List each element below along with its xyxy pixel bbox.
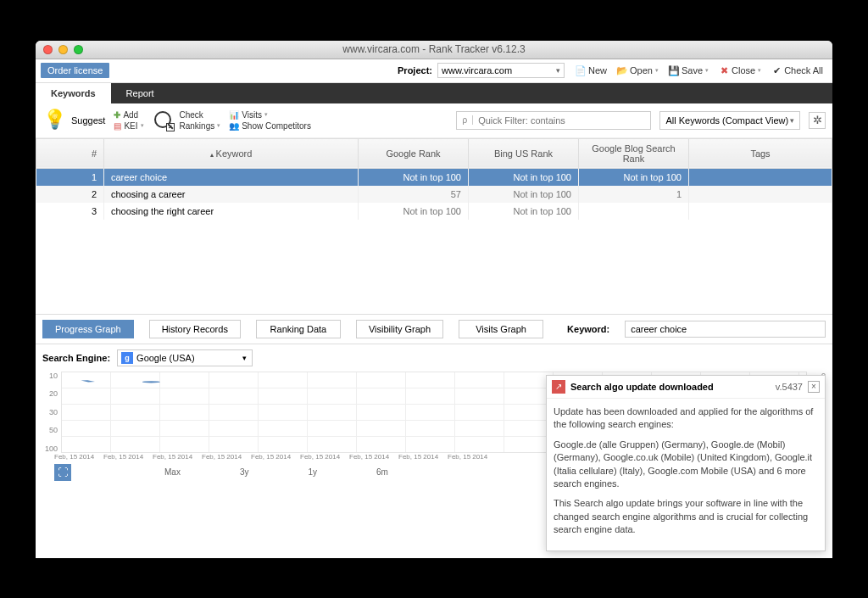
project-select[interactable]: www.vircara.com	[437, 63, 565, 78]
keyword-label: Keyword:	[567, 324, 609, 334]
keywords-table: # ▴Keyword Google Rank Bing US Rank Goog…	[36, 138, 832, 315]
close-icon: ✖	[719, 65, 729, 75]
subtab-progress[interactable]: Progress Graph	[42, 320, 134, 338]
range-1y[interactable]: 1y	[308, 467, 317, 477]
kei-icon: ▤	[114, 121, 121, 131]
check-all-button[interactable]: ✔Check All	[767, 64, 827, 77]
table-row[interactable]: 2choosing a career57Not in top 1001	[36, 186, 832, 203]
notif-version: v.5437	[776, 382, 803, 392]
gear-icon: ✲	[813, 114, 822, 126]
show-competitors-button[interactable]: 👥Show Competitors	[229, 121, 311, 131]
search-engine-select[interactable]: g Google (USA)	[117, 349, 253, 366]
main-tabs: Keywords Report	[36, 83, 832, 103]
bulb-icon: 💡	[42, 109, 66, 132]
settings-button[interactable]: ✲	[809, 112, 826, 129]
suggest-group[interactable]: 💡 Suggest	[42, 109, 105, 132]
visits-button[interactable]: 📊Visits▾	[229, 110, 311, 120]
app-window: www.vircara.com - Rank Tracker v6.12.3 O…	[36, 41, 832, 558]
col-blog[interactable]: Google Blog Search Rank	[579, 138, 689, 168]
subtab-ranking[interactable]: Ranking Data	[256, 320, 341, 338]
google-icon: g	[121, 352, 133, 364]
plus-icon: ✚	[114, 110, 120, 120]
tab-keywords[interactable]: Keywords	[36, 83, 111, 103]
check-rankings-button[interactable]: ✓ Check Rankings▾	[153, 109, 221, 131]
toolbar: 💡 Suggest ✚Add ▤KEI▾ ✓ Check Rankings▾ 📊…	[36, 103, 832, 138]
quick-filter[interactable]: ρ	[456, 111, 651, 130]
range-6m[interactable]: 6m	[376, 467, 388, 477]
titlebar: www.vircara.com - Rank Tracker v6.12.3	[36, 41, 832, 59]
view-select[interactable]: All Keywords (Compact View)	[659, 111, 800, 130]
expand-chart-button[interactable]: ⛶	[54, 464, 71, 481]
new-icon: 📄	[576, 65, 586, 75]
table-row[interactable]: 3choosing the right careerNot in top 100…	[36, 203, 832, 220]
topbar: Order license Project: www.vircara.com 📄…	[36, 59, 832, 83]
add-button[interactable]: ✚Add	[114, 110, 143, 120]
col-keyword[interactable]: ▴Keyword	[104, 138, 359, 168]
save-icon: 💾	[669, 65, 679, 75]
magnifier-icon: ✓	[153, 109, 175, 131]
project-label: Project:	[398, 65, 432, 75]
new-button[interactable]: 📄New	[571, 64, 611, 77]
graph-controls: Search Engine: g Google (USA)	[36, 344, 832, 372]
subtab-history[interactable]: History Records	[149, 320, 241, 338]
col-tags[interactable]: Tags	[689, 138, 832, 168]
open-button[interactable]: 📂Open▾	[613, 64, 663, 77]
col-num[interactable]: #	[36, 138, 104, 168]
notif-close-button[interactable]: ×	[808, 381, 820, 393]
open-icon: 📂	[617, 65, 627, 75]
save-button[interactable]: 💾Save▾	[665, 64, 713, 77]
svg-point-0	[142, 381, 160, 383]
range-max[interactable]: Max	[164, 467, 181, 477]
check-icon: ✔	[771, 65, 782, 75]
notification-panel: ↗ Search algo update downloaded v.5437 ×…	[546, 375, 826, 551]
kei-button[interactable]: ▤KEI▾	[114, 121, 143, 131]
order-license-button[interactable]: Order license	[41, 63, 109, 78]
subtab-visibility[interactable]: Visibility Graph	[356, 320, 443, 338]
filter-input[interactable]	[473, 115, 650, 126]
expand-icon: ⛶	[58, 467, 68, 478]
col-google[interactable]: Google Rank	[359, 138, 469, 168]
subtabs: Progress Graph History Records Ranking D…	[36, 315, 832, 344]
close-button[interactable]: ✖Close▾	[715, 64, 765, 77]
alert-icon: ↗	[552, 380, 565, 394]
notif-body: Update has been downloaded and applied f…	[547, 399, 825, 550]
notif-title: Search algo update downloaded	[570, 382, 771, 392]
table-row[interactable]: 1career choiceNot in top 100Not in top 1…	[36, 168, 832, 186]
search-engine-label: Search Engine:	[42, 353, 110, 363]
tab-report[interactable]: Report	[111, 83, 170, 103]
range-3y[interactable]: 3y	[240, 467, 249, 477]
subtab-visits[interactable]: Visits Graph	[459, 320, 543, 338]
window-title: www.vircara.com - Rank Tracker v6.12.3	[36, 43, 832, 55]
keyword-field[interactable]: career choice	[625, 321, 826, 338]
chart-icon: 📊	[229, 110, 239, 120]
col-bing[interactable]: Bing US Rank	[469, 138, 579, 168]
y-axis: 10203050100	[42, 372, 58, 453]
sort-asc-icon: ▴	[210, 151, 214, 159]
filter-mode-icon[interactable]: ρ	[457, 115, 473, 125]
people-icon: 👥	[229, 121, 239, 131]
